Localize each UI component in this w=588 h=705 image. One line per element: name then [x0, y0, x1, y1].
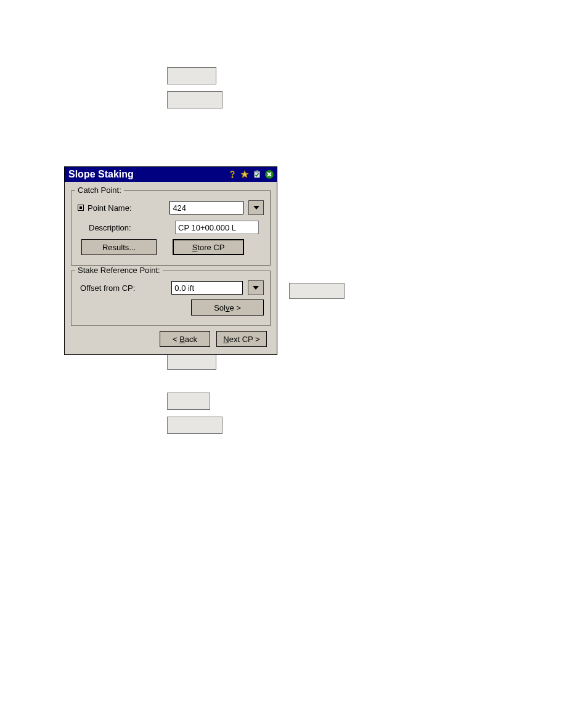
- back-button[interactable]: < Back: [160, 331, 210, 347]
- offset-dropdown-button[interactable]: [248, 280, 264, 295]
- point-name-label: Point Name:: [88, 203, 132, 213]
- description-label: Description:: [89, 223, 131, 232]
- solve-button[interactable]: Solve >: [191, 300, 264, 316]
- ghost-button-5: [167, 393, 210, 410]
- results-button[interactable]: Results...: [81, 239, 157, 255]
- star-icon[interactable]: [240, 169, 250, 179]
- slope-staking-dialog: Slope Staking Catch Point:: [64, 166, 277, 355]
- svg-marker-1: [241, 171, 248, 177]
- clipboard-icon[interactable]: [252, 169, 262, 179]
- svg-marker-8: [253, 286, 259, 290]
- ghost-button-3: [289, 283, 345, 299]
- store-cp-button[interactable]: Store CP: [173, 239, 244, 255]
- titlebar: Slope Staking: [65, 167, 277, 182]
- help-icon[interactable]: [227, 169, 237, 179]
- point-name-input[interactable]: [169, 201, 243, 214]
- stake-reference-group: Stake Reference Point: Offset from CP: S…: [71, 271, 271, 326]
- close-icon[interactable]: [264, 169, 274, 179]
- catch-point-group: Catch Point: Point Name: Description:: [71, 190, 271, 266]
- offset-input[interactable]: [171, 281, 243, 295]
- stake-reference-legend: Stake Reference Point:: [75, 266, 163, 275]
- description-input[interactable]: [175, 221, 259, 234]
- catch-point-legend: Catch Point:: [75, 185, 124, 195]
- ghost-button-6: [167, 417, 223, 434]
- ghost-button-2: [167, 91, 223, 108]
- next-cp-button[interactable]: Next CP >: [216, 331, 267, 347]
- ghost-button-4: [167, 352, 216, 370]
- svg-point-0: [232, 176, 233, 177]
- svg-marker-7: [253, 206, 259, 210]
- svg-rect-3: [255, 171, 258, 173]
- dialog-title: Slope Staking: [68, 169, 227, 180]
- point-name-dropdown-button[interactable]: [248, 200, 264, 215]
- results-button-label: Results...: [102, 243, 136, 252]
- offset-label: Offset from CP:: [80, 283, 135, 293]
- point-name-toggle-icon[interactable]: [78, 205, 84, 211]
- ghost-button-1: [167, 67, 216, 84]
- dialog-footer: < Back Next CP >: [68, 331, 273, 349]
